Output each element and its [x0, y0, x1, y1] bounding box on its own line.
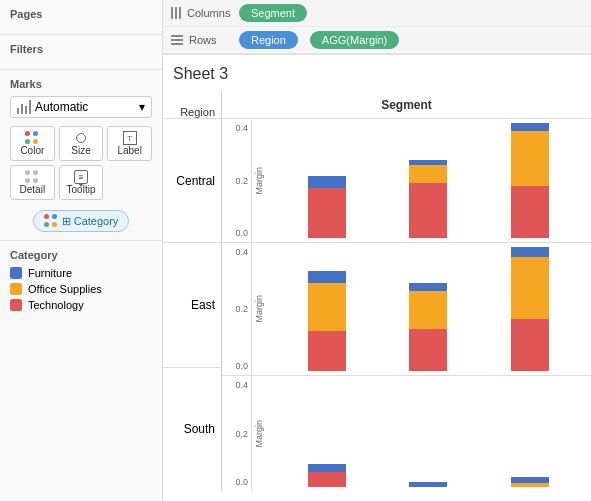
- charts-column: Segment 0.4 0.2 0.0 Margin: [221, 91, 591, 491]
- segment-furniture-east-2: [409, 283, 447, 291]
- marks-tooltip-button[interactable]: ≡ Tooltip: [59, 165, 104, 200]
- tooltip-icon: ≡: [74, 170, 88, 184]
- size-button-label: Size: [71, 145, 90, 156]
- rows-agg-margin-pill[interactable]: AGG(Margin): [310, 31, 399, 49]
- segment-header-row: Segment: [222, 91, 591, 119]
- office-supplies-color-swatch: [10, 283, 22, 295]
- marks-color-button[interactable]: Color: [10, 126, 55, 161]
- segment-office-east-3: [511, 257, 549, 319]
- bar-south-3: [511, 477, 549, 487]
- y-axis-east: 0.4 0.2 0.0: [222, 243, 252, 375]
- office-supplies-label: Office Supplies: [28, 283, 102, 295]
- furniture-label: Furniture: [28, 267, 72, 279]
- region-east-label: East: [191, 298, 215, 312]
- y-tick-0.4-east: 0.4: [235, 247, 248, 257]
- y-tick-0.2-central: 0.2: [235, 176, 248, 186]
- y-axis-label-south: Margin: [252, 376, 266, 491]
- sheet-title: Sheet 3: [163, 65, 591, 91]
- region-east-label-cell: East: [163, 243, 221, 367]
- rows-shelf-label: Rows: [171, 34, 231, 46]
- margin-label-south: Margin: [254, 420, 264, 448]
- color-dots-icon: [25, 131, 39, 145]
- segment-office-central-2: [409, 165, 447, 183]
- pages-section: Pages: [0, 0, 162, 35]
- region-central-label: Central: [176, 174, 215, 188]
- segment-furniture-south-1: [308, 464, 346, 472]
- chart-row-central: 0.4 0.2 0.0 Margin: [222, 119, 591, 243]
- filters-title: Filters: [10, 43, 152, 55]
- segment-tech-east-1: [308, 331, 346, 371]
- marks-label-button[interactable]: T Label: [107, 126, 152, 161]
- segment-furniture-east-3: [511, 247, 549, 257]
- y-tick-0.2-south: 0.2: [235, 429, 248, 439]
- pages-title: Pages: [10, 8, 152, 20]
- segment-furniture-east-1: [308, 271, 346, 283]
- columns-pill-text: Segment: [251, 7, 295, 19]
- segment-tech-central-3: [511, 186, 549, 238]
- category-pill-label: ⊞ Category: [62, 215, 119, 228]
- bar-south-2: [409, 482, 447, 487]
- region-header-cell: Region: [163, 91, 221, 119]
- right-panel: Columns Segment Rows Region AGG(Margin): [163, 0, 591, 501]
- region-axis: Region Central East South: [163, 91, 221, 491]
- segment-furniture-central-1: [308, 176, 346, 188]
- chart-wrapper: Region Central East South Seg: [163, 91, 591, 491]
- segment-office-central-3: [511, 131, 549, 186]
- bar-east-3: [511, 247, 549, 371]
- rows-label-text: Rows: [189, 34, 217, 46]
- rows-pill1-text: Region: [251, 34, 286, 46]
- region-south-label: South: [184, 422, 215, 436]
- category-pill[interactable]: ⊞ Category: [33, 210, 130, 232]
- columns-shelf-label: Columns: [171, 7, 231, 19]
- rows-region-pill[interactable]: Region: [239, 31, 298, 49]
- bar-chart-icon: [17, 100, 31, 114]
- columns-segment-pill[interactable]: Segment: [239, 4, 307, 22]
- category-pill-icon: [44, 214, 58, 228]
- columns-shelf: Columns Segment: [163, 0, 591, 27]
- segment-furniture-south-2: [409, 482, 447, 487]
- detail-button-label: Detail: [20, 184, 46, 195]
- y-axis-label-east: Margin: [252, 243, 266, 375]
- shelf-area: Columns Segment Rows Region AGG(Margin): [163, 0, 591, 55]
- bar-south-1: [308, 464, 346, 487]
- marks-detail-button[interactable]: Detail: [10, 165, 55, 200]
- segment-office-east-1: [308, 283, 346, 331]
- technology-color-swatch: [10, 299, 22, 311]
- detail-dots-icon: [25, 170, 39, 184]
- segment-furniture-central-3: [511, 123, 549, 131]
- y-axis-label-central: Margin: [252, 119, 266, 242]
- chevron-down-icon: ▾: [139, 100, 145, 114]
- marks-size-button[interactable]: Size: [59, 126, 104, 161]
- segment-tech-central-1: [308, 188, 346, 238]
- marks-dropdown-label: Automatic: [35, 100, 88, 114]
- rows-pill2-text: AGG(Margin): [322, 34, 387, 46]
- furniture-color-swatch: [10, 267, 22, 279]
- segment-tech-south-1: [308, 472, 346, 487]
- bar-central-3: [511, 123, 549, 238]
- segment-tech-east-3: [511, 319, 549, 371]
- y-tick-0.0-south: 0.0: [235, 477, 248, 487]
- region-header-text: Region: [180, 106, 215, 118]
- technology-label: Technology: [28, 299, 84, 311]
- region-south-label-cell: South: [163, 368, 221, 491]
- category-section-title: Category: [10, 249, 152, 261]
- chart-row-east: 0.4 0.2 0.0 Margin: [222, 243, 591, 376]
- columns-label-text: Columns: [187, 7, 230, 19]
- bars-south: [266, 376, 591, 491]
- marks-title: Marks: [10, 78, 152, 90]
- y-tick-0.4-central: 0.4: [235, 123, 248, 133]
- marks-dropdown[interactable]: Automatic ▾: [10, 96, 152, 118]
- segment-office-south-3: [511, 483, 549, 487]
- region-central-label-cell: Central: [163, 119, 221, 243]
- y-tick-0.0-central: 0.0: [235, 228, 248, 238]
- view-area: Sheet 3 Region Central East South: [163, 55, 591, 501]
- segment-tech-central-2: [409, 183, 447, 238]
- color-button-label: Color: [20, 145, 44, 156]
- size-icon: [74, 131, 88, 145]
- bar-central-2: [409, 160, 447, 238]
- segment-office-east-2: [409, 291, 447, 329]
- marks-section: Marks Automatic ▾: [0, 70, 162, 241]
- y-axis-south: 0.4 0.2 0.0: [222, 376, 252, 491]
- bar-central-1: [308, 176, 346, 238]
- segment-tech-east-2: [409, 329, 447, 371]
